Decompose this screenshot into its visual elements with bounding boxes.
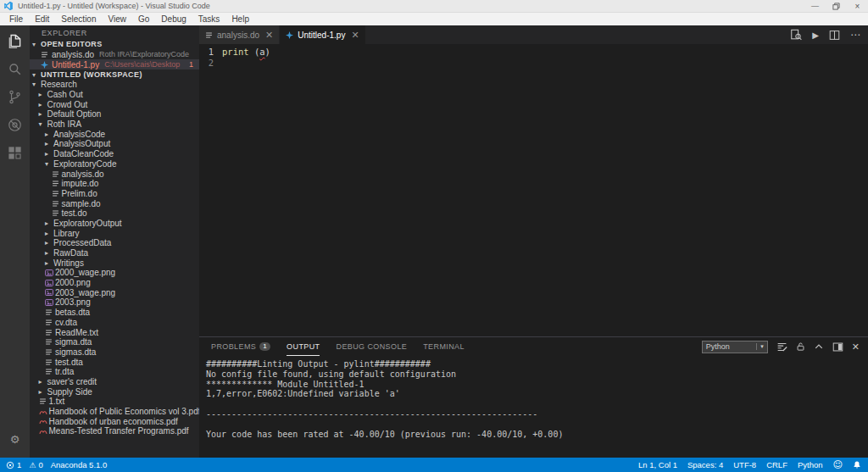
tree-item-folder[interactable]: ▸Cash Out: [30, 90, 199, 100]
tree-item-folder[interactable]: ▾ExploratoryCode: [30, 159, 199, 169]
activity-explorer[interactable]: [6, 31, 25, 50]
tree-item-folder[interactable]: ▸ExploratoryOutput: [30, 219, 199, 229]
panel-header: PROBLEMS1OUTPUTDEBUG CONSOLETERMINAL Pyt…: [199, 337, 868, 356]
output-console[interactable]: ##########Linting Output - pylint#######…: [199, 356, 868, 439]
tree-item-file[interactable]: betas.dta: [30, 308, 199, 318]
tree-item-folder[interactable]: ▸ProcessedData: [30, 238, 199, 248]
tree-item-folder[interactable]: ▾Roth IRA: [30, 119, 199, 130]
tree-item-folder[interactable]: ▸AnalysisCode: [30, 129, 199, 139]
menu-tasks[interactable]: Tasks: [192, 13, 226, 25]
tree-item-file[interactable]: impute.do: [30, 179, 199, 189]
doc-icon: [39, 397, 47, 405]
tree-item-folder[interactable]: ▸Default Option: [30, 109, 199, 119]
toggle-panel-button[interactable]: [832, 342, 843, 353]
doc-icon: [52, 209, 59, 217]
restore-button[interactable]: [826, 0, 847, 12]
panel-tab-problems[interactable]: PROBLEMS1: [211, 337, 270, 356]
chevron-right-icon: ▸: [45, 130, 52, 138]
chevron-down-icon: ▾: [39, 120, 46, 128]
close-button[interactable]: ×: [847, 0, 868, 12]
open-editors-list: analysis.doRoth IRA\ExploratoryCodeUntit…: [30, 49, 199, 69]
run-code-button[interactable]: ▶: [812, 31, 819, 40]
activity-extensions[interactable]: [6, 143, 25, 162]
maximize-panel-button[interactable]: [814, 342, 824, 352]
minimize-button[interactable]: —: [804, 0, 826, 12]
panel-tab-terminal[interactable]: TERMINAL: [423, 337, 465, 356]
tree-item-file[interactable]: 2003_wage.png: [30, 287, 199, 297]
menu-go[interactable]: Go: [132, 13, 155, 25]
tree-item-file[interactable]: 2000.png: [30, 278, 199, 288]
workspace-header[interactable]: ▾ UNTITLED (WORKSPACE): [30, 69, 199, 80]
status-1[interactable]: 1: [6, 460, 21, 469]
status-0[interactable]: ⚠0: [29, 460, 42, 469]
tree-item-file[interactable]: sigma.dta: [30, 337, 199, 347]
status-smiley[interactable]: ☺: [833, 459, 843, 470]
tree-item-file[interactable]: analysis.do: [30, 169, 199, 179]
close-icon[interactable]: ✕: [351, 30, 359, 41]
split-editor-button[interactable]: [829, 30, 840, 41]
tree-item-folder[interactable]: ▸AnalysisOutput: [30, 139, 199, 149]
activity-debug[interactable]: [6, 115, 25, 134]
more-actions-button[interactable]: ⋯: [850, 29, 861, 41]
tree-item-file[interactable]: Means-Tested Transfer Programs.pdf: [30, 426, 199, 436]
activity-settings[interactable]: ⚙: [10, 433, 20, 446]
tree-item-file[interactable]: ReadMe.txt: [30, 327, 199, 337]
tree-item-folder[interactable]: ▸Writings: [30, 258, 199, 268]
tree-item-file[interactable]: tr.dta: [30, 367, 199, 377]
status-label: 0: [38, 460, 42, 469]
menu-view[interactable]: View: [103, 13, 133, 25]
tree-item-label: AnalysisCode: [53, 130, 105, 139]
panel-tab-debug-console[interactable]: DEBUG CONSOLE: [336, 337, 407, 356]
status-python[interactable]: Python: [798, 460, 823, 469]
tree-item-file[interactable]: 2000_wage.png: [30, 268, 199, 278]
tree-item-folder[interactable]: ▸RawData: [30, 248, 199, 258]
open-editor-item[interactable]: analysis.doRoth IRA\ExploratoryCode: [30, 49, 199, 59]
status-crlf[interactable]: CRLF: [766, 460, 787, 469]
menu-help[interactable]: Help: [225, 13, 255, 25]
tree-item-file[interactable]: 1.txt: [30, 397, 199, 407]
tree-item-folder[interactable]: ▸Supply Side: [30, 386, 199, 397]
close-panel-button[interactable]: ✕: [852, 342, 860, 353]
settings-icon: ⚙: [10, 433, 20, 446]
menu-edit[interactable]: Edit: [29, 13, 55, 25]
tree-item-folder[interactable]: ▸Library: [30, 228, 199, 238]
panel-actions: ✕: [776, 342, 860, 353]
status-bell[interactable]: [853, 460, 861, 469]
open-preview-button[interactable]: [790, 29, 802, 41]
clear-output-button[interactable]: [776, 342, 787, 353]
unlock-button[interactable]: [796, 342, 805, 352]
code-editor[interactable]: 1print (a)2: [199, 44, 868, 336]
tree-item-file[interactable]: Handbook of urban economics.pdf: [30, 416, 199, 426]
editor-tab[interactable]: Untitled-1.py✕: [280, 25, 364, 44]
open-editor-item[interactable]: Untitled-1.pyC:\Users\cais\Desktop1: [30, 59, 199, 69]
status-anaconda-5-1-0[interactable]: Anaconda 5.1.0: [51, 460, 108, 469]
tree-item-folder[interactable]: ▸DataCleanCode: [30, 149, 199, 159]
output-channel-select[interactable]: Python ▾: [702, 341, 768, 353]
menu-file[interactable]: File: [3, 13, 29, 25]
tree-item-file[interactable]: Handbook of Public Economics vol 3.pdf: [30, 407, 199, 417]
tree-item-folder[interactable]: ▸saver's credit: [30, 377, 199, 387]
status-utf-8[interactable]: UTF-8: [733, 460, 756, 469]
tree-item-folder[interactable]: ▸Crowd Out: [30, 99, 199, 109]
activity-source-control[interactable]: [6, 87, 25, 106]
editor-tab[interactable]: analysis.do✕: [199, 25, 279, 44]
menu-selection[interactable]: Selection: [55, 13, 102, 25]
tree-item-file[interactable]: test.dta: [30, 357, 199, 367]
tree-item-file[interactable]: 2003.png: [30, 297, 199, 308]
panel-tab-output[interactable]: OUTPUT: [287, 337, 320, 356]
status-ln-1-col-1[interactable]: Ln 1, Col 1: [638, 460, 677, 469]
tree-item-folder[interactable]: ▾Research: [30, 80, 199, 90]
tree-item-file[interactable]: sigmas.dta: [30, 347, 199, 358]
close-icon[interactable]: ✕: [265, 30, 273, 41]
menu-debug[interactable]: Debug: [155, 13, 192, 25]
chevron-right-icon: ▸: [45, 259, 52, 267]
tree-item-file[interactable]: sample.do: [30, 198, 199, 208]
tree-item-file[interactable]: test.do: [30, 208, 199, 219]
menu-bar: FileEditSelectionViewGoDebugTasksHelp: [0, 13, 868, 25]
open-editors-header[interactable]: ▾ OPEN EDITORS: [30, 39, 199, 49]
activity-search[interactable]: [6, 59, 25, 78]
status-spaces-4[interactable]: Spaces: 4: [687, 460, 723, 469]
status-label: Anaconda 5.1.0: [51, 460, 108, 469]
tree-item-file[interactable]: Prelim.do: [30, 189, 199, 199]
tree-item-file[interactable]: cv.dta: [30, 318, 199, 328]
